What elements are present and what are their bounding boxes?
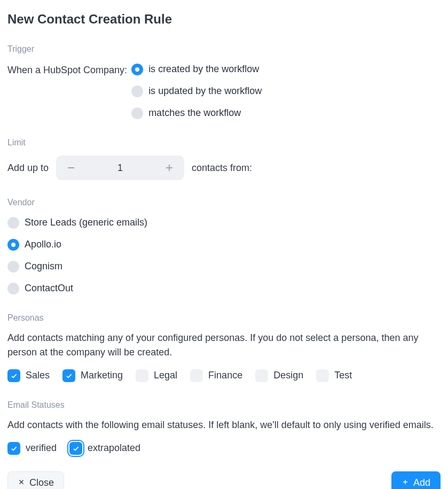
stepper-decrement[interactable] (56, 156, 86, 180)
vendor-option-store-leads[interactable]: Store Leads (generic emails) (7, 215, 441, 230)
email-status-option-extrapolated[interactable]: extrapolated (69, 441, 140, 455)
radio-icon (131, 64, 143, 75)
radio-icon (7, 217, 19, 229)
checkbox-icon (69, 442, 82, 455)
persona-option-label: Test (334, 368, 352, 383)
dialog-footer: Close Add (7, 471, 441, 489)
trigger-prompt: When a HubSpot Company: (7, 62, 127, 77)
personas-label: Personas (7, 312, 441, 324)
email-statuses-checkbox-list: verified extrapolated (7, 441, 441, 455)
persona-option-label: Sales (26, 368, 50, 383)
stepper-value: 1 (86, 156, 154, 180)
vendor-radio-list: Store Leads (generic emails) Apollo.io C… (7, 215, 441, 296)
persona-option-sales[interactable]: Sales (7, 368, 50, 383)
trigger-radio-list: is created by the workflow is updated by… (131, 62, 262, 120)
limit-prefix: Add up to (7, 161, 49, 175)
persona-option-legal[interactable]: Legal (136, 368, 177, 383)
email-statuses-label: Email Statuses (7, 399, 441, 412)
persona-option-label: Design (273, 368, 303, 383)
limit-suffix: contacts from: (192, 161, 252, 175)
vendor-option-label: Apollo.io (25, 237, 61, 252)
trigger-option-label: matches the workflow (148, 106, 241, 120)
checkbox-icon (136, 369, 148, 382)
trigger-option-matches[interactable]: matches the workflow (131, 106, 262, 120)
limit-section: Limit Add up to 1 contacts from: (7, 136, 441, 180)
persona-option-label: Marketing (81, 368, 123, 383)
email-statuses-description: Add contacts with the following email st… (7, 418, 435, 432)
vendor-option-contactout[interactable]: ContactOut (7, 281, 441, 296)
vendor-section: Vendor Store Leads (generic emails) Apol… (7, 196, 441, 296)
radio-icon (131, 107, 143, 119)
radio-icon (7, 239, 19, 251)
plus-icon (164, 163, 174, 173)
vendor-option-label: ContactOut (25, 281, 73, 296)
persona-option-label: Finance (208, 368, 242, 383)
trigger-section: Trigger When a HubSpot Company: is creat… (7, 43, 441, 120)
persona-option-marketing[interactable]: Marketing (62, 368, 123, 383)
personas-checkbox-list: Sales Marketing Legal Finance Design Tes… (7, 368, 441, 383)
email-status-option-verified[interactable]: verified (7, 441, 57, 455)
vendor-option-cognism[interactable]: Cognism (7, 259, 441, 274)
stepper-increment[interactable] (154, 156, 184, 180)
personas-section: Personas Add contacts matching any of yo… (7, 312, 441, 383)
personas-description: Add contacts matching any of your config… (7, 331, 435, 360)
checkbox-icon (62, 369, 75, 382)
close-button[interactable]: Close (7, 471, 64, 489)
radio-icon (7, 283, 19, 294)
persona-option-label: Legal (154, 368, 177, 383)
vendor-option-label: Cognism (25, 259, 62, 274)
limit-label: Limit (7, 136, 441, 149)
radio-icon (131, 86, 143, 97)
radio-icon (7, 261, 19, 273)
close-button-label: Close (29, 477, 54, 488)
persona-option-finance[interactable]: Finance (190, 368, 242, 383)
persona-option-test[interactable]: Test (316, 368, 352, 383)
limit-stepper[interactable]: 1 (56, 156, 184, 180)
trigger-option-label: is created by the workflow (148, 62, 259, 76)
persona-option-design[interactable]: Design (255, 368, 303, 383)
vendor-option-apollo[interactable]: Apollo.io (7, 237, 441, 252)
email-status-option-label: extrapolated (88, 441, 140, 455)
email-statuses-section: Email Statuses Add contacts with the fol… (7, 399, 441, 455)
trigger-option-updated[interactable]: is updated by the workflow (131, 84, 262, 98)
trigger-option-label: is updated by the workflow (148, 84, 262, 98)
add-button[interactable]: Add (391, 471, 441, 489)
checkbox-icon (255, 369, 268, 382)
plus-icon (402, 477, 409, 488)
minus-icon (66, 163, 76, 173)
email-status-option-label: verified (26, 441, 57, 455)
vendor-option-label: Store Leads (generic emails) (25, 215, 147, 230)
checkbox-icon (190, 369, 203, 382)
trigger-option-created[interactable]: is created by the workflow (131, 62, 262, 76)
checkbox-icon (7, 442, 20, 455)
trigger-label: Trigger (7, 43, 441, 56)
add-button-label: Add (413, 477, 430, 488)
page-title: New Contact Creation Rule (7, 10, 441, 29)
checkbox-icon (316, 369, 329, 382)
close-icon (18, 477, 25, 488)
vendor-label: Vendor (7, 196, 441, 209)
checkbox-icon (7, 369, 20, 382)
